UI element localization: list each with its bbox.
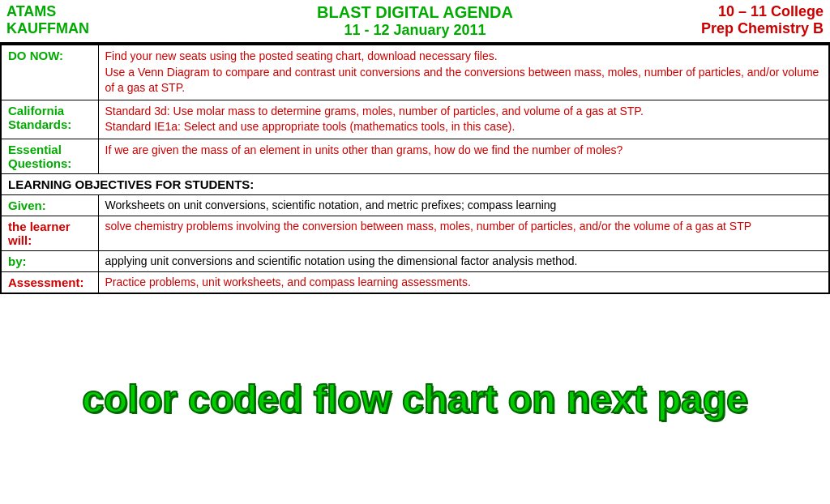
date-label: 11 - 12 January 2011 — [344, 22, 486, 39]
agenda-table: DO NOW: Find your new seats using the po… — [0, 44, 830, 294]
learner-row: the learnerwill: solve chemistry problem… — [1, 216, 829, 250]
do-now-label: DO NOW: — [1, 45, 98, 100]
objectives-header: LEARNING OBJECTIVES FOR STUDENTS: — [1, 173, 829, 194]
kauffman-label: KAUFFMAN — [6, 20, 89, 37]
learner-content: solve chemistry problems involving the c… — [98, 216, 829, 250]
by-content: applying unit conversions and scientific… — [98, 250, 829, 271]
objectives-header-row: LEARNING OBJECTIVES FOR STUDENTS: — [1, 173, 829, 194]
learner-label: the learnerwill: — [1, 216, 98, 250]
page-header: ATAMS KAUFFMAN BLAST DIGITAL AGENDA 11 -… — [0, 0, 830, 44]
assessment-row: Assessment: Practice problems, unit work… — [1, 271, 829, 293]
ca-standards-content: Standard 3d: Use molar mass to determine… — [98, 100, 829, 139]
by-label: by: — [1, 250, 98, 271]
assessment-label: Assessment: — [1, 271, 98, 293]
given-row: Given: Worksheets on unit conversions, s… — [1, 194, 829, 216]
essential-questions-label: EssentialQuestions: — [1, 139, 98, 173]
essential-questions-content: If we are given the mass of an element i… — [98, 139, 829, 173]
header-left: ATAMS KAUFFMAN — [6, 3, 279, 39]
header-center: BLAST DIGITAL AGENDA 11 - 12 January 201… — [279, 3, 551, 39]
ca-standards-row: CaliforniaStandards: Standard 3d: Use mo… — [1, 100, 829, 139]
agenda-table-container: DO NOW: Find your new seats using the po… — [0, 44, 830, 294]
atams-label: ATAMS — [6, 3, 56, 20]
class-line2: Prep Chemistry B — [701, 20, 824, 37]
assessment-content: Practice problems, unit worksheets, and … — [98, 271, 829, 293]
by-row: by: applying unit conversions and scient… — [1, 250, 829, 271]
bottom-text: color coded flow chart on next page — [0, 294, 830, 504]
given-label: Given: — [1, 194, 98, 216]
blast-title: BLAST DIGITAL AGENDA — [317, 3, 513, 22]
do-now-content: Find your new seats using the posted sea… — [98, 45, 829, 100]
essential-questions-row: EssentialQuestions: If we are given the … — [1, 139, 829, 173]
given-content: Worksheets on unit conversions, scientif… — [98, 194, 829, 216]
do-now-row: DO NOW: Find your new seats using the po… — [1, 45, 829, 100]
class-line1: 10 – 11 College — [718, 3, 824, 20]
header-right: 10 – 11 College Prep Chemistry B — [551, 3, 824, 39]
ca-standards-label: CaliforniaStandards: — [1, 100, 98, 139]
